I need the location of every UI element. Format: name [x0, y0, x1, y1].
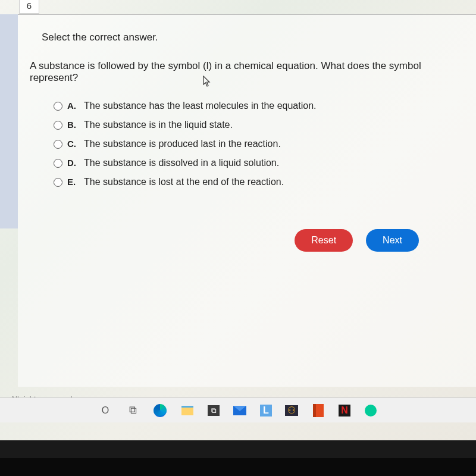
option-text: The substance is lost at the end of the …	[84, 177, 284, 187]
netflix-icon[interactable]: N	[339, 405, 350, 416]
office-icon[interactable]	[311, 403, 325, 418]
option-text: The substance is in the liquid state.	[84, 120, 233, 130]
question-text: A substance is followed by the symbol (l…	[30, 60, 455, 84]
radio-icon[interactable]	[54, 121, 62, 130]
microsoft-store-icon[interactable]: ⧉	[208, 405, 220, 416]
options-group: A. The substance has the least molecules…	[54, 101, 455, 187]
sidebar-strip	[0, 14, 18, 228]
next-button[interactable]: Next	[366, 229, 419, 252]
option-letter: D.	[67, 158, 84, 168]
cursor-icon	[202, 76, 212, 87]
radio-icon[interactable]	[54, 159, 62, 168]
mail-icon[interactable]	[233, 403, 247, 418]
instruction-text: Select the correct answer.	[42, 32, 455, 43]
option-e[interactable]: E. The substance is lost at the end of t…	[54, 177, 455, 187]
windows-taskbar: O ⧉ ⧉ L ⚇ N	[0, 397, 476, 422]
reset-button[interactable]: Reset	[295, 229, 353, 252]
radio-icon[interactable]	[54, 178, 62, 187]
option-letter: A.	[67, 101, 84, 111]
radio-icon[interactable]	[54, 102, 62, 111]
taskview-icon[interactable]: ⧉	[126, 403, 140, 418]
edge-browser-icon[interactable]	[153, 403, 167, 418]
option-text: The substance has the least molecules in…	[84, 101, 316, 111]
question-panel: Select the correct answer. A substance i…	[18, 14, 476, 387]
option-letter: E.	[67, 177, 84, 187]
option-letter: C.	[67, 139, 84, 149]
radio-icon[interactable]	[54, 140, 62, 149]
app-l-icon[interactable]: L	[260, 405, 272, 416]
option-text: The substance is dissolved in a liquid s…	[84, 158, 279, 168]
monitor-bezel	[0, 458, 476, 476]
search-icon[interactable]: O	[98, 403, 112, 418]
quiz-screen: 6 Select the correct answer. A substance…	[0, 0, 476, 440]
game-app-icon[interactable]: ⚇	[285, 405, 298, 416]
option-letter: B.	[67, 120, 84, 130]
page-number-tab: 6	[19, 0, 39, 14]
option-b[interactable]: B. The substance is in the liquid state.	[54, 120, 455, 130]
page-number: 6	[27, 1, 32, 11]
option-d[interactable]: D. The substance is dissolved in a liqui…	[54, 158, 455, 168]
green-app-icon[interactable]	[364, 403, 378, 418]
option-a[interactable]: A. The substance has the least molecules…	[54, 101, 455, 111]
action-buttons: Reset Next	[42, 229, 419, 252]
file-explorer-icon[interactable]	[180, 403, 195, 418]
option-text: The substance is produced last in the re…	[84, 139, 281, 149]
option-c[interactable]: C. The substance is produced last in the…	[54, 139, 455, 149]
